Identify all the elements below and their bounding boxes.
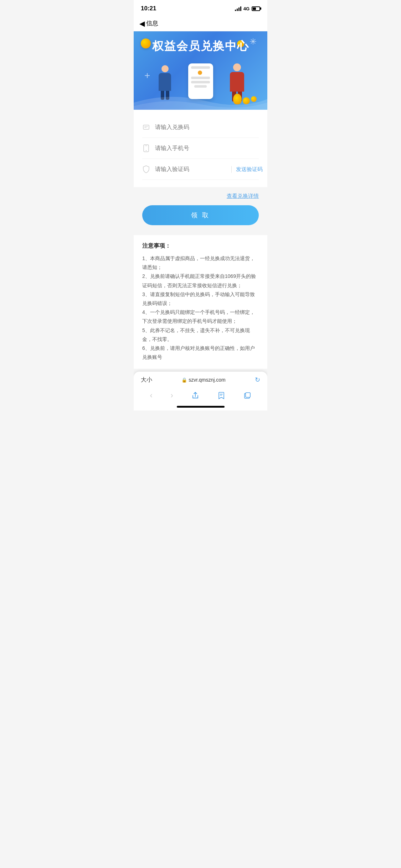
nav-bookmarks-btn[interactable]: [213, 390, 230, 401]
deco-plus-icon: +: [144, 70, 150, 81]
notice-item-2: 2、兑换前请确认手机能正常接受来自1069开头的验证码短信，否则无法正常接收短信…: [142, 273, 256, 288]
svg-point-4: [146, 150, 146, 151]
browser-nav: ‹ ›: [141, 388, 260, 403]
hero-banner: ✳ + 权益会员兑换中心: [134, 31, 267, 110]
svg-rect-9: [246, 393, 250, 397]
notice-item-5: 5、此券不记名，不挂失，遗失不补，不可兑换现金，不找零。: [142, 327, 250, 342]
form-section: 发送验证码: [134, 110, 267, 187]
browser-bar: 大小 🔒 szvr.qmsznj.com ↻ ‹ ›: [134, 372, 267, 410]
send-code-button[interactable]: 发送验证码: [231, 166, 263, 173]
browser-url-row: 大小 🔒 szvr.qmsznj.com ↻: [141, 376, 260, 384]
view-detail-link[interactable]: 查看兑换详情: [142, 193, 259, 200]
nav-back-button[interactable]: ◀ 信息: [139, 19, 158, 27]
action-area: 查看兑换详情 领 取: [134, 187, 267, 232]
battery-icon: [252, 6, 260, 11]
notice-item-4: 4、一个兑换码只能绑定一个手机号码，一经绑定，下次登录需使用绑定的手机号码才能使…: [142, 309, 255, 324]
notice-item-6: 6、兑换前，请用户核对兑换账号的正确性，如用户兑换账号: [142, 345, 255, 360]
signal-icon: [235, 6, 241, 11]
status-icons: 4G: [235, 6, 260, 11]
svg-rect-0: [143, 125, 149, 129]
exchange-code-input[interactable]: [155, 124, 259, 130]
nav-bar: ◀ 信息: [134, 16, 267, 31]
hero-wave: [134, 88, 267, 110]
verify-code-row: 发送验证码: [142, 159, 259, 180]
home-indicator: [177, 406, 225, 408]
hero-title: 权益会员兑换中心: [152, 38, 249, 54]
notice-content: 1、本商品属于虚拟商品，一经兑换成功无法退货，请悉知； 2、兑换前请确认手机能正…: [142, 254, 259, 362]
browser-url: 🔒 szvr.qmsznj.com: [181, 377, 225, 383]
refresh-icon[interactable]: ↻: [255, 376, 260, 384]
verify-code-input[interactable]: [155, 166, 226, 172]
notice-title: 注意事项：: [142, 242, 259, 250]
nav-forward-btn[interactable]: ›: [166, 389, 178, 402]
nav-share-btn[interactable]: [187, 390, 204, 401]
deco-coin-1: [141, 38, 151, 48]
phone-row: [142, 138, 259, 159]
status-time: 10:21: [141, 5, 156, 12]
notice-section: 注意事项： 1、本商品属于虚拟商品，一经兑换成功无法退货，请悉知； 2、兑换前请…: [134, 235, 267, 369]
lock-icon: 🔒: [181, 377, 187, 383]
exchange-code-row: [142, 117, 259, 138]
url-text: szvr.qmsznj.com: [189, 377, 225, 383]
deco-asterisk-icon: ✳: [250, 37, 257, 47]
nav-tabs-btn[interactable]: [239, 390, 256, 401]
back-chevron-icon: ◀: [139, 20, 145, 27]
phone-input[interactable]: [155, 145, 259, 151]
exchange-code-icon: [142, 123, 150, 131]
network-type: 4G: [243, 6, 250, 11]
notice-item-1: 1、本商品属于虚拟商品，一经兑换成功无法退货，请悉知；: [142, 255, 255, 270]
font-size-label[interactable]: 大小: [141, 376, 152, 384]
phone-icon: [142, 144, 150, 152]
notice-item-3: 3、请直接复制短信中的兑换码，手动输入可能导致兑换码错误；: [142, 291, 255, 306]
nav-back-btn[interactable]: ‹: [145, 389, 156, 402]
nav-back-label: 信息: [146, 19, 158, 27]
submit-button[interactable]: 领 取: [142, 205, 259, 225]
status-bar: 10:21 4G: [134, 0, 267, 16]
shield-icon: [142, 165, 150, 173]
